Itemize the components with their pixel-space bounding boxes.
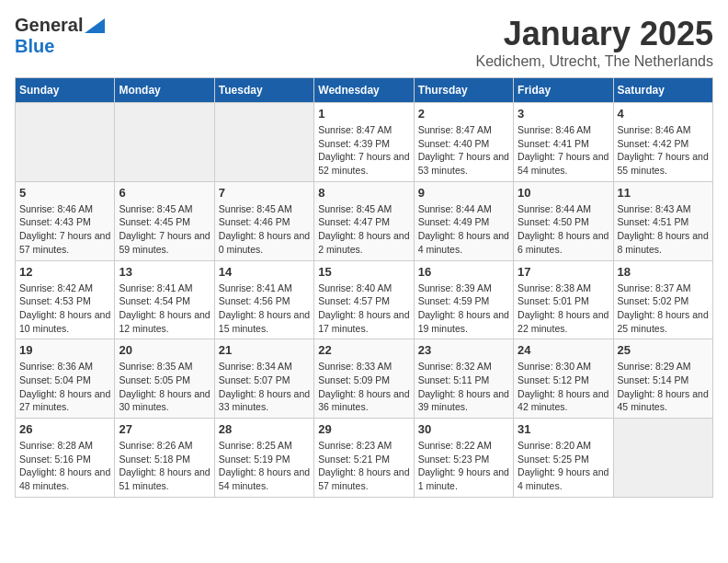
calendar-cell: 15Sunrise: 8:40 AM Sunset: 4:57 PM Dayli… <box>314 260 414 339</box>
day-header-thursday: Thursday <box>414 78 513 103</box>
calendar-cell <box>115 103 214 182</box>
day-header-sunday: Sunday <box>16 78 115 103</box>
logo-general-text: General <box>15 15 83 36</box>
day-number: 13 <box>119 265 210 279</box>
calendar-cell: 29Sunrise: 8:23 AM Sunset: 5:21 PM Dayli… <box>314 419 414 498</box>
week-row-5: 26Sunrise: 8:28 AM Sunset: 5:16 PM Dayli… <box>16 419 713 498</box>
day-number: 11 <box>618 186 709 200</box>
day-info: Sunrise: 8:39 AM Sunset: 4:59 PM Dayligh… <box>418 282 509 336</box>
day-number: 15 <box>318 265 409 279</box>
calendar-header-row: SundayMondayTuesdayWednesdayThursdayFrid… <box>16 78 713 103</box>
logo-blue-text: Blue <box>15 36 54 57</box>
day-info: Sunrise: 8:34 AM Sunset: 5:07 PM Dayligh… <box>219 360 310 414</box>
calendar-cell: 14Sunrise: 8:41 AM Sunset: 4:56 PM Dayli… <box>214 260 313 339</box>
day-info: Sunrise: 8:36 AM Sunset: 5:04 PM Dayligh… <box>19 360 110 414</box>
day-number: 28 <box>219 422 310 436</box>
day-number: 3 <box>518 107 609 121</box>
day-number: 26 <box>19 422 110 436</box>
day-number: 1 <box>318 107 409 121</box>
day-number: 8 <box>318 186 409 200</box>
day-info: Sunrise: 8:44 AM Sunset: 4:50 PM Dayligh… <box>518 202 609 257</box>
svg-marker-0 <box>85 18 105 33</box>
calendar-cell: 24Sunrise: 8:30 AM Sunset: 5:12 PM Dayli… <box>514 339 613 419</box>
day-info: Sunrise: 8:45 AM Sunset: 4:45 PM Dayligh… <box>119 202 210 257</box>
day-number: 29 <box>318 422 409 436</box>
calendar-cell: 20Sunrise: 8:35 AM Sunset: 5:05 PM Dayli… <box>115 339 214 419</box>
day-info: Sunrise: 8:30 AM Sunset: 5:12 PM Dayligh… <box>518 360 609 414</box>
calendar-cell: 19Sunrise: 8:36 AM Sunset: 5:04 PM Dayli… <box>16 339 115 419</box>
calendar-cell: 30Sunrise: 8:22 AM Sunset: 5:23 PM Dayli… <box>414 419 513 498</box>
day-info: Sunrise: 8:43 AM Sunset: 4:51 PM Dayligh… <box>618 202 709 257</box>
calendar-cell: 28Sunrise: 8:25 AM Sunset: 5:19 PM Dayli… <box>214 419 313 498</box>
day-number: 2 <box>418 107 509 121</box>
day-info: Sunrise: 8:32 AM Sunset: 5:11 PM Dayligh… <box>418 360 509 414</box>
day-number: 23 <box>418 343 509 357</box>
calendar-cell: 6Sunrise: 8:45 AM Sunset: 4:45 PM Daylig… <box>115 181 214 260</box>
calendar-cell: 16Sunrise: 8:39 AM Sunset: 4:59 PM Dayli… <box>414 260 513 339</box>
day-info: Sunrise: 8:35 AM Sunset: 5:05 PM Dayligh… <box>119 360 210 414</box>
day-number: 22 <box>318 343 409 357</box>
day-number: 16 <box>418 265 509 279</box>
week-row-2: 5Sunrise: 8:46 AM Sunset: 4:43 PM Daylig… <box>16 181 713 260</box>
day-number: 10 <box>518 186 609 200</box>
day-number: 30 <box>418 422 509 436</box>
calendar-cell: 25Sunrise: 8:29 AM Sunset: 5:14 PM Dayli… <box>613 339 712 419</box>
day-info: Sunrise: 8:46 AM Sunset: 4:41 PM Dayligh… <box>518 123 609 178</box>
day-header-monday: Monday <box>115 78 214 103</box>
day-info: Sunrise: 8:41 AM Sunset: 4:54 PM Dayligh… <box>119 282 210 336</box>
day-info: Sunrise: 8:41 AM Sunset: 4:56 PM Dayligh… <box>219 282 310 336</box>
day-number: 17 <box>518 265 609 279</box>
day-info: Sunrise: 8:23 AM Sunset: 5:21 PM Dayligh… <box>318 439 409 493</box>
calendar-cell: 23Sunrise: 8:32 AM Sunset: 5:11 PM Dayli… <box>414 339 513 419</box>
page-header: General Blue January 2025 Kedichem, Utre… <box>15 15 713 70</box>
day-info: Sunrise: 8:42 AM Sunset: 4:53 PM Dayligh… <box>19 282 110 336</box>
calendar-cell: 31Sunrise: 8:20 AM Sunset: 5:25 PM Dayli… <box>514 419 613 498</box>
calendar-cell: 12Sunrise: 8:42 AM Sunset: 4:53 PM Dayli… <box>16 260 115 339</box>
day-info: Sunrise: 8:25 AM Sunset: 5:19 PM Dayligh… <box>219 439 310 493</box>
day-info: Sunrise: 8:28 AM Sunset: 5:16 PM Dayligh… <box>19 439 110 493</box>
week-row-4: 19Sunrise: 8:36 AM Sunset: 5:04 PM Dayli… <box>16 339 713 419</box>
calendar-cell: 18Sunrise: 8:37 AM Sunset: 5:02 PM Dayli… <box>613 260 712 339</box>
day-number: 6 <box>119 186 210 200</box>
week-row-1: 1Sunrise: 8:47 AM Sunset: 4:39 PM Daylig… <box>16 103 713 182</box>
day-info: Sunrise: 8:44 AM Sunset: 4:49 PM Dayligh… <box>418 202 509 257</box>
calendar-cell <box>214 103 313 182</box>
day-number: 5 <box>19 186 110 200</box>
calendar-cell: 8Sunrise: 8:45 AM Sunset: 4:47 PM Daylig… <box>314 181 414 260</box>
day-info: Sunrise: 8:46 AM Sunset: 4:43 PM Dayligh… <box>19 202 110 257</box>
calendar-table: SundayMondayTuesdayWednesdayThursdayFrid… <box>15 77 713 498</box>
calendar-cell: 5Sunrise: 8:46 AM Sunset: 4:43 PM Daylig… <box>16 181 115 260</box>
day-info: Sunrise: 8:45 AM Sunset: 4:46 PM Dayligh… <box>219 202 310 257</box>
day-header-wednesday: Wednesday <box>314 78 414 103</box>
day-number: 21 <box>219 343 310 357</box>
logo-icon <box>85 18 105 33</box>
day-info: Sunrise: 8:29 AM Sunset: 5:14 PM Dayligh… <box>618 360 709 414</box>
day-info: Sunrise: 8:47 AM Sunset: 4:40 PM Dayligh… <box>418 123 509 178</box>
day-number: 14 <box>219 265 310 279</box>
calendar-cell: 2Sunrise: 8:47 AM Sunset: 4:40 PM Daylig… <box>414 103 513 182</box>
calendar-cell: 10Sunrise: 8:44 AM Sunset: 4:50 PM Dayli… <box>514 181 613 260</box>
day-info: Sunrise: 8:38 AM Sunset: 5:01 PM Dayligh… <box>518 282 609 336</box>
day-info: Sunrise: 8:47 AM Sunset: 4:39 PM Dayligh… <box>318 123 409 178</box>
day-header-saturday: Saturday <box>613 78 712 103</box>
calendar-cell: 7Sunrise: 8:45 AM Sunset: 4:46 PM Daylig… <box>214 181 313 260</box>
day-info: Sunrise: 8:26 AM Sunset: 5:18 PM Dayligh… <box>119 439 210 493</box>
day-header-friday: Friday <box>514 78 613 103</box>
calendar-cell: 4Sunrise: 8:46 AM Sunset: 4:42 PM Daylig… <box>613 103 712 182</box>
day-number: 12 <box>19 265 110 279</box>
day-number: 18 <box>618 265 709 279</box>
logo: General Blue <box>15 15 105 57</box>
calendar-cell: 21Sunrise: 8:34 AM Sunset: 5:07 PM Dayli… <box>214 339 313 419</box>
calendar-cell: 17Sunrise: 8:38 AM Sunset: 5:01 PM Dayli… <box>514 260 613 339</box>
day-number: 25 <box>618 343 709 357</box>
day-number: 20 <box>119 343 210 357</box>
calendar-cell: 9Sunrise: 8:44 AM Sunset: 4:49 PM Daylig… <box>414 181 513 260</box>
day-number: 9 <box>418 186 509 200</box>
calendar-cell: 13Sunrise: 8:41 AM Sunset: 4:54 PM Dayli… <box>115 260 214 339</box>
location-subtitle: Kedichem, Utrecht, The Netherlands <box>476 53 714 70</box>
calendar-cell <box>613 419 712 498</box>
day-number: 27 <box>119 422 210 436</box>
day-info: Sunrise: 8:37 AM Sunset: 5:02 PM Dayligh… <box>618 282 709 336</box>
day-number: 24 <box>518 343 609 357</box>
day-number: 31 <box>518 422 609 436</box>
